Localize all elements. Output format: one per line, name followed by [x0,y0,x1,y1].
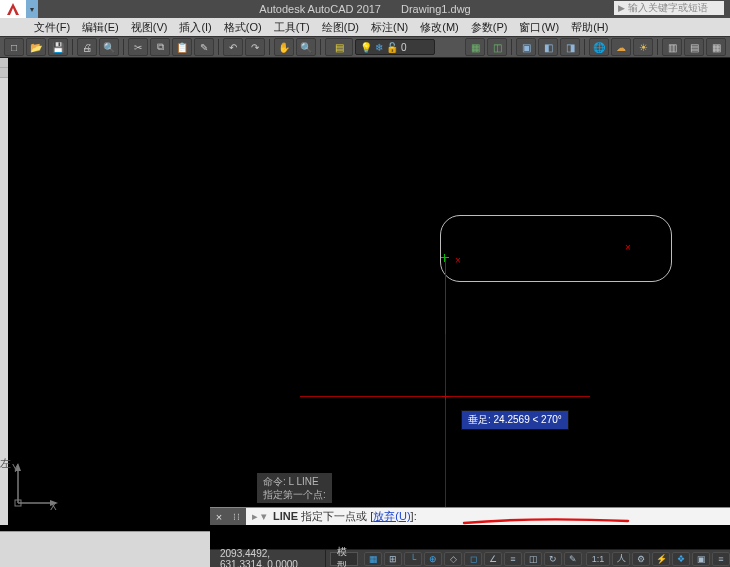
cmdline-text: LINE 指定下一点或 [放弃(U)]: [273,509,417,524]
cycling-icon[interactable]: ↻ [544,552,562,566]
earth-icon[interactable]: 🌐 [589,38,609,56]
menu-help[interactable]: 帮助(H) [571,20,608,35]
rounded-rectangle [440,215,672,282]
customize-icon[interactable]: ≡ [712,552,730,566]
menu-window[interactable]: 窗口(W) [519,20,559,35]
cloud-icon[interactable]: ☁ [611,38,631,56]
otrack-icon[interactable]: ∠ [484,552,502,566]
polar-icon[interactable]: ⊕ [424,552,442,566]
new-icon[interactable]: □ [4,38,24,56]
transparency-icon[interactable]: ◫ [524,552,542,566]
tool-d-icon[interactable]: ◧ [538,38,558,56]
nav-bar-left[interactable] [0,58,8,525]
undo-icon[interactable]: ↶ [223,38,243,56]
workspace-icon[interactable]: ⚙ [632,552,650,566]
zoom-icon[interactable]: 🔍 [296,38,316,56]
menu-insert[interactable]: 插入(I) [179,20,211,35]
grip-marker: × [455,256,461,266]
drawing-canvas[interactable]: 左 × × 垂足: 24.2569 < 270° Y X 命令: L LINE … [0,58,730,525]
tool-e-icon[interactable]: ◨ [560,38,580,56]
bulb-icon: 💡 [360,42,372,53]
iso-icon[interactable]: ◇ [444,552,462,566]
cursor-point [442,393,449,400]
cmdline-grip-icon[interactable]: ⁞⁞ [228,508,246,526]
tool-f-icon[interactable]: ▥ [662,38,682,56]
status-bar: 2093.4492, 631.3314, 0.0000 模型 ▦ ⊞ └ ⊕ ◇… [210,549,730,567]
menu-view[interactable]: 视图(V) [131,20,168,35]
lineweight-icon[interactable]: ≡ [504,552,522,566]
save-icon[interactable]: 💾 [48,38,68,56]
layer-name: 0 [401,42,407,53]
tool-b-icon[interactable]: ◫ [487,38,507,56]
pan-icon[interactable]: ✋ [274,38,294,56]
menu-param[interactable]: 参数(P) [471,20,508,35]
command-history: 命令: L LINE 指定第一个点: [257,473,332,503]
command-line[interactable]: × ⁞⁞ ▸ ▾ LINE 指定下一点或 [放弃(U)]: [210,507,730,525]
left-label: 左 [0,456,8,471]
hw-accel-icon[interactable]: ⚡ [652,552,670,566]
open-icon[interactable]: 📂 [26,38,46,56]
tool-g-icon[interactable]: ▤ [684,38,704,56]
annotation-stroke [462,515,632,525]
app-logo[interactable] [0,0,26,18]
isolate-icon[interactable]: ❖ [672,552,690,566]
match-icon[interactable]: ✎ [194,38,214,56]
tool-h-icon[interactable]: ▦ [706,38,726,56]
menu-file[interactable]: 文件(F) [34,20,70,35]
document-title: Drawing1.dwg [401,3,471,15]
copy-icon[interactable]: ⧉ [150,38,170,56]
menu-dimension[interactable]: 标注(N) [371,20,408,35]
title-bar: ▾ Autodesk AutoCAD 2017 Drawing1.dwg ▶ 输… [0,0,730,18]
grip-marker: × [625,243,631,253]
coords-readout[interactable]: 2093.4492, 631.3314, 0.0000 [210,550,326,567]
anno-scale-icon[interactable]: 人 [612,552,630,566]
ortho-icon[interactable]: └ [404,552,422,566]
scale-icon[interactable]: 1:1 [586,552,610,566]
print-icon[interactable]: 🖨 [77,38,97,56]
annotation-icon[interactable]: ✎ [564,552,582,566]
paste-icon[interactable]: 📋 [172,38,192,56]
grid-icon[interactable]: ▦ [364,552,382,566]
layer-props-icon[interactable]: ▤ [325,38,353,56]
cmdline-close-icon[interactable]: × [210,508,228,526]
clean-icon[interactable]: ▣ [692,552,710,566]
tool-a-icon[interactable]: ▦ [465,38,485,56]
freeze-icon: ❄ [375,42,383,53]
menu-draw[interactable]: 绘图(D) [322,20,359,35]
menu-modify[interactable]: 修改(M) [420,20,459,35]
lock-icon: 🔓 [386,42,398,53]
search-input[interactable]: ▶ 输入关键字或短语 [614,1,724,15]
osnap-tooltip: 垂足: 24.2569 < 270° [461,410,569,430]
sun-icon[interactable]: ☀ [633,38,653,56]
menu-format[interactable]: 格式(O) [224,20,262,35]
osnap-icon[interactable]: ◻ [464,552,482,566]
menu-edit[interactable]: 编辑(E) [82,20,119,35]
model-space-chip[interactable]: 模型 [330,552,358,566]
menu-bar: 文件(F) 编辑(E) 视图(V) 插入(I) 格式(O) 工具(T) 绘图(D… [0,18,730,36]
ucs-y-label: Y [12,463,19,474]
app-title: Autodesk AutoCAD 2017 [259,3,381,15]
cut-icon[interactable]: ✂ [128,38,148,56]
menu-tools[interactable]: 工具(T) [274,20,310,35]
cmd-option-undo[interactable]: 放弃(U) [373,509,410,524]
app-menu-dropdown[interactable]: ▾ [26,0,38,18]
crosshair-v [445,334,446,525]
layer-combo[interactable]: 💡 ❄ 🔓 0 [355,39,435,55]
cmdline-caret: ▸ ▾ [246,510,273,523]
tool-c-icon[interactable]: ▣ [516,38,536,56]
redo-icon[interactable]: ↷ [245,38,265,56]
standard-toolbar: □ 📂 💾 🖨 🔍 ✂ ⧉ 📋 ✎ ↶ ↷ ✋ 🔍 ▤ 💡 ❄ 🔓 0 ▦ ◫ … [0,36,730,58]
snap-icon[interactable]: ⊞ [384,552,402,566]
preview-icon[interactable]: 🔍 [99,38,119,56]
ucs-x-label: X [50,501,57,512]
